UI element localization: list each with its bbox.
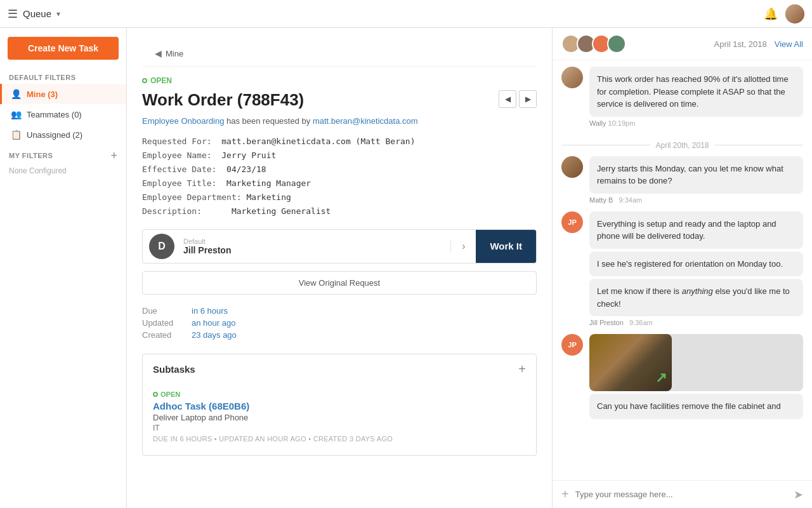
mattyb-avatar — [561, 156, 583, 178]
status-badge: OPEN — [142, 76, 172, 85]
mine-label: Mine (3) — [27, 90, 58, 99]
back-arrow-icon: ◀ — [155, 48, 162, 58]
subtasks-header: Subtasks + — [153, 362, 526, 377]
onboarding-link[interactable]: Employee Onboarding — [142, 116, 224, 126]
detail-row-0: Requested For: matt.beran@kineticdata.co… — [142, 135, 537, 149]
create-new-task-button[interactable]: Create New Task — [8, 37, 119, 60]
chat-message-jill: JP Everything is setup and ready and the… — [561, 211, 803, 327]
work-order-details: Requested For: matt.beran@kineticdata.co… — [142, 135, 537, 219]
top-nav: ☰ Queue ▾ 🔔 — [0, 0, 812, 28]
wally-avatar — [561, 67, 583, 88]
meta-table: Due in 6 hours Updated an hour ago Creat… — [142, 305, 537, 341]
sidebar-item-mine[interactable]: 👤 Mine (3) — [0, 84, 126, 104]
date-divider: April 20th, 2018 — [561, 141, 803, 150]
jill-img-content: Can you have facilities remove the file … — [589, 334, 803, 422]
detail-row-2: Effective Date: 04/23/18 — [142, 163, 537, 177]
queue-label: Queue — [23, 8, 51, 19]
assignee-name: Jill Preston — [183, 245, 448, 255]
chat-header: April 1st, 2018 View All — [553, 28, 812, 60]
none-configured-label: None Configured — [0, 164, 126, 178]
nav-left: ☰ Queue ▾ — [8, 7, 60, 21]
teammates-label: Teammates (0) — [27, 110, 82, 119]
work-order-title: Work Order (788F43) — [142, 90, 304, 110]
mattyb-bubble: Jerry starts this Monday, can you let me… — [589, 156, 803, 194]
subtask-status-text: OPEN — [160, 391, 180, 398]
next-arrow-button[interactable]: ▶ — [519, 90, 537, 108]
subtask-meta: DUE IN 6 HOURS • UPDATED AN HOUR AGO • C… — [153, 435, 526, 443]
chat-message-jill-img: JP Can you have facilities remove the fi… — [561, 334, 803, 422]
nav-arrows: ◀ ▶ — [499, 90, 537, 108]
notification-bell-icon[interactable]: 🔔 — [764, 7, 778, 21]
chat-plus-icon[interactable]: + — [561, 487, 569, 502]
prev-arrow-button[interactable]: ◀ — [499, 90, 516, 108]
my-filters-row: MY FILTERS + — [0, 145, 126, 164]
jill-bubble-1: Everything is setup and ready and the la… — [589, 211, 803, 249]
sidebar-item-unassigned[interactable]: 📋 Unassigned (2) — [0, 124, 126, 145]
jill-image-bubble — [589, 334, 803, 391]
unassigned-icon: 📋 — [11, 130, 22, 140]
subtask-desc: Deliver Laptop and Phone — [153, 413, 526, 422]
subtask-status-badge: OPEN — [153, 391, 180, 398]
view-original-request-button[interactable]: View Original Request — [142, 271, 537, 295]
wally-time-value: 10:19pm — [608, 119, 636, 127]
wally-message-content: This work order has reached 90% of it's … — [589, 67, 803, 127]
assignee-row: D Default Jill Preston › Work It — [142, 229, 537, 264]
sidebar: Create New Task DEFAULT FILTERS 👤 Mine (… — [0, 28, 127, 508]
status-dot-icon — [142, 78, 147, 83]
mine-icon: 👤 — [11, 89, 22, 99]
hamburger-menu-icon[interactable]: ☰ — [8, 7, 18, 21]
work-order-header: Work Order (788F43) ◀ ▶ — [142, 90, 537, 110]
created-value: 23 days ago — [192, 330, 237, 340]
add-filter-button[interactable]: + — [110, 150, 117, 161]
chat-header-right: April 1st, 2018 View All — [714, 39, 803, 49]
mine-breadcrumb[interactable]: ◀ Mine — [142, 41, 537, 67]
status-text: OPEN — [150, 76, 172, 85]
chat-input-area: + ➤ — [553, 480, 812, 508]
subtask-item: OPEN Adhoc Task (68E0B6) Deliver Laptop … — [153, 384, 526, 448]
mattyb-sender: Matty B — [589, 196, 613, 204]
app-body: Create New Task DEFAULT FILTERS 👤 Mine (… — [0, 28, 812, 508]
mattyb-time-value: 9:34am — [619, 196, 642, 204]
default-filters-label: DEFAULT FILTERS — [0, 69, 126, 84]
due-label: Due — [142, 306, 187, 316]
chat-message-mattyb: Jerry starts this Monday, can you let me… — [561, 156, 803, 204]
subtitle-mid: has been requested by — [226, 116, 313, 126]
mattyb-meta: Matty B 9:34am — [589, 196, 803, 204]
queue-dropdown-icon[interactable]: ▾ — [56, 10, 60, 18]
detail-row-5: Description: Marketing Generalist — [142, 204, 537, 218]
due-value: in 6 hours — [192, 306, 228, 316]
image-placeholder — [589, 334, 672, 391]
subtask-title[interactable]: Adhoc Task (68E0B6) — [153, 401, 526, 411]
date-divider-text: April 20th, 2018 — [655, 141, 709, 150]
updated-value: an hour ago — [192, 318, 235, 328]
jill-bubble-2: I see he's registered for orientation on… — [589, 251, 803, 277]
jill-bubble-3: Let me know if there is anything else yo… — [589, 279, 803, 316]
view-all-link[interactable]: View All — [775, 39, 803, 49]
sidebar-item-teammates[interactable]: 👥 Teammates (0) — [0, 104, 126, 124]
user-avatar[interactable] — [785, 4, 804, 23]
chat-send-icon[interactable]: ➤ — [794, 488, 803, 502]
jill-meta: Jill Preston 9:36am — [589, 319, 803, 326]
work-order-subtitle: Employee Onboarding has been requested b… — [142, 116, 537, 126]
chat-date: April 1st, 2018 — [714, 39, 767, 49]
subtasks-title: Subtasks — [153, 364, 195, 375]
wally-sender: Wally — [589, 119, 606, 127]
updated-row: Updated an hour ago — [142, 317, 537, 329]
chat-input[interactable] — [575, 490, 787, 499]
chat-avatar-4 — [607, 34, 626, 53]
add-subtask-button[interactable]: + — [518, 362, 526, 377]
jill-time-value: 9:36am — [629, 319, 653, 326]
jill-sender: Jill Preston — [589, 319, 624, 326]
jill-message-content: Everything is setup and ready and the la… — [589, 211, 803, 327]
created-row: Created 23 days ago — [142, 329, 537, 341]
assignee-avatar: D — [149, 234, 174, 259]
jill-avatar: JP — [561, 211, 583, 233]
requester-email-link[interactable]: matt.beran@kineticdata.com — [313, 116, 418, 126]
wally-meta: Wally 10:19pm — [589, 119, 803, 127]
chat-avatars — [561, 34, 622, 53]
breadcrumb-label: Mine — [166, 49, 183, 58]
subtask-status-dot — [153, 392, 158, 397]
due-row: Due in 6 hours — [142, 305, 537, 317]
assignee-chevron-icon[interactable]: › — [450, 241, 476, 252]
work-it-button[interactable]: Work It — [476, 230, 536, 263]
